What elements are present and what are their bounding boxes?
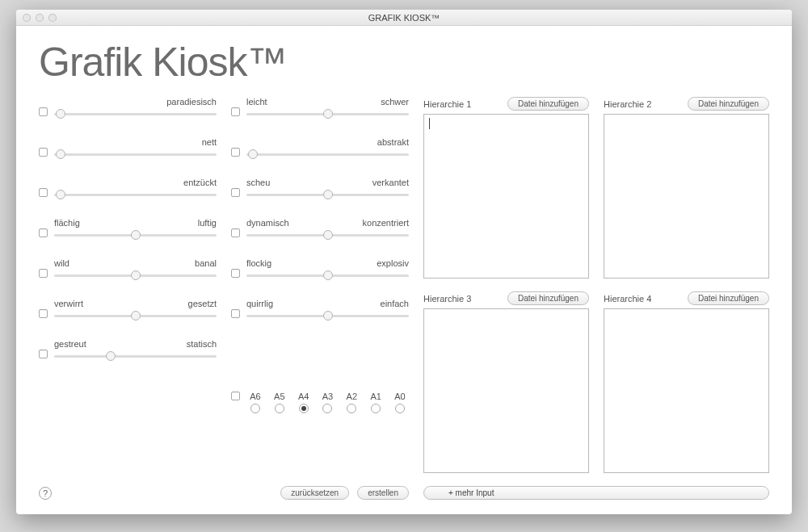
slider-checkbox[interactable] — [39, 350, 48, 358]
slider-label-left: gestreut — [54, 339, 86, 349]
slider-left-1: nett — [39, 137, 217, 160]
add-file-button[interactable]: Datei hinzufügen — [688, 97, 769, 111]
slider-label-left: verwirrt — [54, 299, 83, 308]
slider-right-4: flockigexplosiv — [231, 258, 409, 281]
slider-label-left: scheu — [246, 178, 270, 187]
reset-button[interactable]: zurücksetzen — [280, 486, 349, 500]
add-file-button[interactable]: Datei hinzufügen — [507, 291, 589, 305]
hierarchy-label: Hierarchie 1 — [423, 99, 471, 109]
format-radio[interactable] — [395, 404, 405, 413]
slider-track[interactable] — [54, 149, 217, 160]
slider-track[interactable] — [246, 108, 409, 119]
help-button[interactable]: ? — [39, 487, 52, 500]
slider-track[interactable] — [246, 189, 409, 200]
slider-thumb[interactable] — [323, 270, 333, 280]
slider-checkbox[interactable] — [231, 148, 240, 157]
slider-checkbox[interactable] — [39, 269, 48, 278]
hierarchy-label: Hierarchie 2 — [604, 99, 651, 109]
slider-track[interactable] — [246, 149, 409, 160]
hierarchy-textarea[interactable] — [604, 114, 769, 279]
slider-track[interactable] — [54, 270, 217, 281]
slider-track[interactable] — [54, 189, 217, 200]
close-window-button[interactable] — [23, 14, 31, 22]
slider-label-right: einfach — [381, 299, 409, 308]
slider-thumb[interactable] — [323, 109, 333, 119]
hierarchy-box-1: Hierarchie 1Datei hinzufügen — [423, 97, 589, 279]
slider-checkbox[interactable] — [231, 228, 240, 237]
format-option-a3[interactable]: A3 — [318, 392, 336, 413]
slider-checkbox[interactable] — [39, 148, 48, 157]
slider-checkbox[interactable] — [39, 228, 48, 237]
format-option-a0[interactable]: A0 — [391, 392, 409, 413]
slider-label-right: nett — [202, 137, 217, 147]
format-option-label: A6 — [250, 392, 260, 401]
slider-track[interactable] — [246, 270, 409, 281]
slider-thumb[interactable] — [131, 230, 141, 240]
format-option-a1[interactable]: A1 — [367, 392, 385, 413]
format-radio[interactable] — [322, 404, 332, 413]
slider-checkbox[interactable] — [231, 107, 240, 116]
slider-thumb[interactable] — [323, 230, 333, 240]
hierarchy-textarea[interactable] — [423, 114, 589, 279]
hierarchy-textarea[interactable] — [423, 308, 589, 473]
format-radio[interactable] — [371, 404, 381, 413]
slider-right-3: dynamischkonzentriert — [231, 218, 409, 241]
slider-checkbox[interactable] — [39, 188, 48, 197]
slider-label-left: wild — [54, 258, 69, 268]
add-file-button[interactable]: Datei hinzufügen — [507, 97, 589, 111]
slider-thumb[interactable] — [323, 311, 333, 320]
slider-thumb[interactable] — [131, 311, 141, 320]
more-input-button[interactable]: + mehr Input — [423, 486, 769, 500]
format-radio[interactable] — [347, 404, 356, 413]
hierarchy-box-3: Hierarchie 3Datei hinzufügen — [423, 291, 589, 473]
format-option-label: A5 — [274, 392, 284, 401]
format-option-a2[interactable]: A2 — [343, 392, 360, 413]
slider-track[interactable] — [246, 229, 409, 241]
slider-checkbox[interactable] — [231, 188, 240, 197]
slider-thumb[interactable] — [56, 109, 65, 119]
slider-label-right: paradiesisch — [166, 97, 217, 107]
slider-thumb[interactable] — [248, 149, 258, 159]
slider-left-0: paradiesisch — [39, 97, 217, 119]
slider-checkbox[interactable] — [39, 309, 48, 318]
slider-checkbox[interactable] — [231, 269, 240, 278]
add-file-button[interactable]: Datei hinzufügen — [688, 291, 769, 305]
slider-right-5: quirrligeinfach — [231, 299, 409, 321]
format-checkbox[interactable] — [231, 392, 240, 400]
slider-thumb[interactable] — [56, 149, 65, 159]
slider-thumb[interactable] — [323, 190, 333, 199]
slider-checkbox[interactable] — [231, 309, 240, 318]
slider-label-right: abstrakt — [377, 137, 409, 147]
slider-thumb[interactable] — [56, 190, 65, 199]
format-radio[interactable] — [250, 404, 260, 413]
app-title: Grafik Kiosk™ — [39, 39, 769, 86]
minimize-window-button[interactable] — [36, 14, 44, 22]
slider-thumb[interactable] — [106, 351, 116, 361]
window-controls — [23, 14, 57, 22]
hierarchy-panel: Hierarchie 1Datei hinzufügenHierarchie 2… — [423, 97, 769, 500]
more-input-row: + mehr Input — [423, 486, 769, 500]
format-option-label: A1 — [370, 392, 381, 401]
slider-track[interactable] — [246, 310, 409, 321]
format-option-a6[interactable]: A6 — [246, 392, 264, 413]
slider-thumb[interactable] — [131, 270, 141, 280]
slider-right-0: leichtschwer — [231, 97, 409, 119]
format-radio[interactable] — [299, 404, 309, 413]
slider-right-2: scheuverkantet — [231, 178, 409, 200]
format-row: A6A5A4A3A2A1A0 — [231, 392, 409, 413]
slider-track[interactable] — [54, 310, 217, 321]
format-radio[interactable] — [275, 404, 284, 413]
hierarchy-label: Hierarchie 4 — [604, 294, 651, 304]
slider-track[interactable] — [54, 108, 217, 119]
zoom-window-button[interactable] — [48, 14, 57, 22]
create-button[interactable]: erstellen — [357, 486, 409, 500]
slider-track[interactable] — [54, 350, 217, 362]
slider-track[interactable] — [54, 229, 217, 241]
window-title: GRAFIK KIOSK™ — [16, 13, 792, 23]
slider-label-right: gesetzt — [188, 299, 217, 308]
format-option-a5[interactable]: A5 — [271, 392, 288, 413]
format-option-a4[interactable]: A4 — [295, 392, 313, 413]
hierarchy-textarea[interactable] — [604, 308, 769, 473]
app-window: GRAFIK KIOSK™ Grafik Kiosk™ paradiesisch… — [16, 10, 792, 514]
slider-checkbox[interactable] — [39, 107, 48, 116]
